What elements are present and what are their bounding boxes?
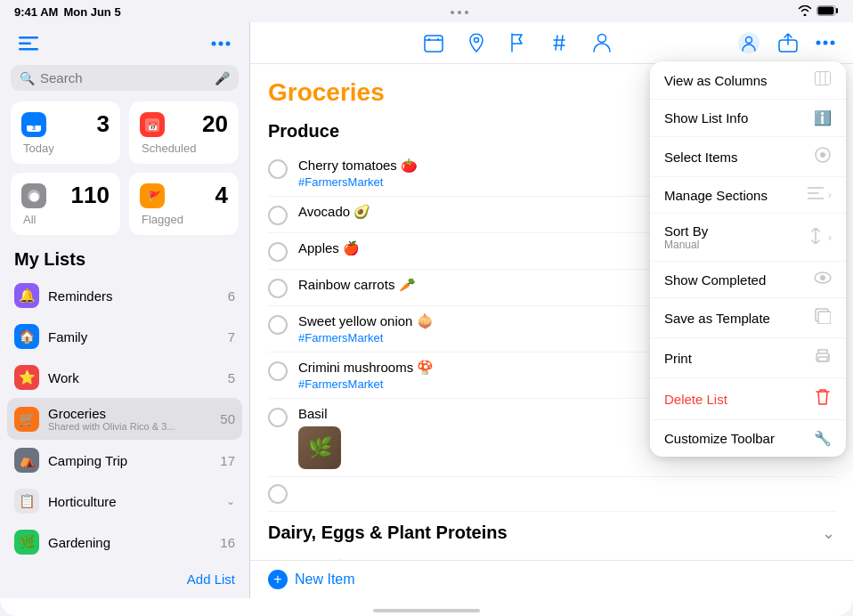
menu-item-view-columns[interactable]: View as Columns (650, 61, 846, 100)
avocado-checkbox[interactable] (268, 206, 288, 225)
today-icon: 3 (21, 112, 46, 137)
menu-item-customize-toolbar[interactable]: Customize Toolbar 🔧 (650, 420, 846, 457)
main-layout: 🔍 🎤 3 3 (0, 22, 853, 598)
list-item-reminders[interactable]: 🔔 Reminders 6 (7, 275, 242, 316)
menu-item-select-items[interactable]: Select Items (650, 137, 846, 177)
sidebar-more-button[interactable] (207, 29, 235, 58)
groceries-count: 50 (220, 411, 235, 426)
groceries-icon: 🛒 (14, 407, 39, 432)
scheduled-label: Scheduled (140, 142, 228, 155)
list-item-work[interactable]: ⭐ Work 5 (7, 357, 242, 398)
apples-checkbox[interactable] (268, 242, 288, 262)
svg-rect-35 (818, 312, 831, 324)
list-items: 🔔 Reminders 6 🏠 Family 7 ⭐ Work (0, 275, 249, 563)
stat-card-flagged[interactable]: 🚩 4 Flagged (129, 173, 239, 235)
menu-item-show-list-info[interactable]: Show List Info ℹ️ (650, 100, 846, 137)
dot1 (451, 11, 454, 14)
reminders-count: 6 (228, 288, 235, 304)
svg-point-27 (824, 41, 828, 45)
my-lists-title: My Lists (0, 246, 249, 275)
dairy-collapse-button[interactable]: ⌄ (822, 523, 835, 543)
svg-point-33 (820, 275, 825, 280)
svg-rect-4 (19, 48, 38, 51)
horticulture-label: Horticulture (48, 494, 217, 509)
tag-button[interactable] (547, 30, 572, 55)
customize-toolbar-icon: 🔧 (814, 430, 832, 447)
rainbow-carrots-checkbox[interactable] (268, 279, 288, 298)
select-items-icon (814, 147, 832, 166)
family-icon: 🏠 (14, 324, 39, 349)
stat-card-scheduled[interactable]: 📅 20 Scheduled (129, 101, 239, 164)
list-item-camping[interactable]: ⛺ Camping Trip 17 (7, 440, 242, 481)
work-label: Work (48, 370, 219, 385)
new-item-button[interactable]: + New Item (268, 570, 355, 589)
work-icon: ⭐ (14, 365, 39, 390)
sidebar-header (0, 29, 249, 65)
empty-checkbox[interactable] (268, 484, 288, 504)
menu-item-manage-sections[interactable]: Manage Sections › (650, 177, 846, 214)
new-item-label: New Item (295, 571, 355, 588)
today-label: Today (21, 142, 110, 155)
svg-rect-19 (428, 38, 430, 41)
new-item-bar: + New Item (250, 560, 853, 598)
reminders-label: Reminders (48, 288, 219, 304)
list-item-gardening[interactable]: 🌿 Gardening 16 (7, 522, 242, 563)
location-button[interactable] (465, 29, 488, 56)
sweet-yellow-onion-checkbox[interactable] (268, 315, 288, 335)
person-button[interactable] (589, 29, 614, 56)
share-person-button[interactable] (734, 28, 764, 58)
task-eggs: Eggs 🥚 #FarmersMarket (268, 552, 835, 560)
crimini-mushrooms-checkbox[interactable] (268, 361, 288, 381)
stat-card-all[interactable]: ⬤ 110 All (11, 173, 120, 235)
groceries-label: Groceries (48, 406, 211, 421)
groceries-sub: Shared with Olivia Rico & 3... (48, 421, 211, 432)
add-list-button[interactable]: Add List (0, 563, 249, 596)
mic-icon[interactable]: 🎤 (215, 71, 230, 85)
search-input[interactable] (40, 70, 209, 85)
battery-icon (816, 5, 839, 19)
manage-sections-chevron: › (828, 189, 832, 201)
save-template-label: Save as Template (664, 311, 803, 326)
wifi-icon (798, 5, 812, 19)
show-list-info-label: Show List Info (664, 110, 803, 126)
list-item-horticulture[interactable]: 📋 Horticulture ⌄ (7, 481, 242, 522)
camping-label: Camping Trip (48, 453, 211, 468)
menu-item-print[interactable]: Print (650, 338, 846, 378)
svg-point-26 (816, 41, 821, 45)
camping-count: 17 (220, 453, 235, 468)
camping-icon: ⛺ (14, 448, 39, 473)
menu-item-sort-by[interactable]: Sort By Manual › (650, 214, 846, 262)
list-item-groceries[interactable]: 🛒 Groceries Shared with Olivia Rico & 3.… (7, 398, 242, 440)
svg-text:⬤: ⬤ (29, 191, 39, 202)
all-label: All (21, 213, 110, 226)
menu-item-show-completed[interactable]: Show Completed (650, 262, 846, 298)
gardening-label: Gardening (48, 535, 211, 550)
list-item-family[interactable]: 🏠 Family 7 (7, 316, 242, 357)
search-icon: 🔍 (20, 71, 35, 85)
svg-point-7 (226, 42, 231, 46)
flag-button[interactable] (506, 29, 529, 56)
menu-item-save-template[interactable]: Save as Template (650, 298, 846, 338)
select-items-label: Select Items (664, 150, 803, 165)
svg-rect-20 (437, 38, 439, 41)
sidebar: 🔍 🎤 3 3 (0, 22, 249, 598)
cherry-tomatoes-checkbox[interactable] (268, 159, 288, 179)
search-bar[interactable]: 🔍 🎤 (11, 65, 239, 91)
more-options-button[interactable] (812, 36, 839, 49)
stat-card-today[interactable]: 3 3 Today (11, 101, 120, 164)
flagged-icon: 🚩 (140, 183, 165, 208)
svg-text:3: 3 (32, 125, 36, 131)
dairy-section-name: Dairy, Eggs & Plant Proteins (268, 523, 508, 543)
sidebar-toggle-button[interactable] (14, 29, 43, 58)
view-columns-label: View as Columns (664, 73, 803, 88)
calendar-view-button[interactable] (420, 29, 447, 56)
delete-list-icon (814, 388, 832, 409)
flagged-count: 4 (172, 182, 228, 209)
produce-section-name: Produce (268, 121, 339, 142)
upload-button[interactable] (775, 29, 801, 56)
home-bar (373, 609, 480, 612)
svg-rect-3 (19, 43, 31, 45)
basil-checkbox[interactable] (268, 408, 288, 427)
menu-item-delete-list[interactable]: Delete List (650, 378, 846, 420)
sort-by-icon (807, 228, 825, 247)
